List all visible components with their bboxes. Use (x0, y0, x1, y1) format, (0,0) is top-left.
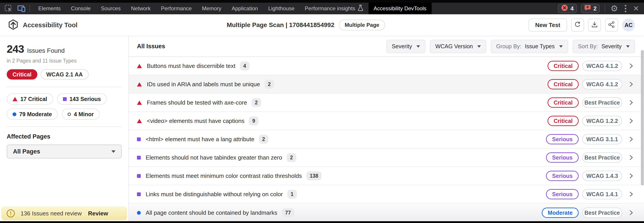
review-banner: 136 Issues need review Review (1, 207, 127, 220)
severity-pill: Moderate (542, 208, 579, 218)
review-button[interactable]: Review (88, 210, 108, 217)
group-by-dropdown[interactable]: Group By: Issue Types (491, 40, 568, 53)
console-issues-badge[interactable]: 2 (581, 4, 600, 13)
issue-row[interactable]: <video> elements must have captions 9 Cr… (129, 112, 644, 130)
issue-row[interactable]: Buttons must have discernible text 4 Cri… (129, 57, 644, 75)
affected-pages-heading: Affected Pages (7, 133, 122, 140)
wcag-version-filter-dropdown[interactable]: WCAG Version (430, 40, 486, 53)
issue-row[interactable]: <html> element must have a lang attribut… (129, 130, 644, 149)
moderate-circle-icon (12, 112, 16, 116)
tab-application[interactable]: Application (226, 3, 263, 14)
tab-performance-insights[interactable]: Performance insights (300, 3, 368, 14)
issue-count-chip: 4 (240, 61, 250, 70)
review-banner-message: 136 Issues need review (20, 210, 82, 217)
window-top-edge (0, 0, 644, 3)
standard-pill: Best Practice (582, 152, 622, 163)
share-button[interactable] (605, 18, 618, 31)
refresh-button[interactable] (571, 18, 584, 31)
issue-row[interactable]: IDs used in ARIA and labels must be uniq… (129, 75, 644, 94)
issue-count-chip: 2 (259, 135, 268, 144)
summary-sidebar: 243 Issues Found in 2 Pages and 11 Issue… (0, 36, 129, 221)
serious-square-icon (137, 174, 141, 178)
chevron-right-icon (628, 136, 634, 142)
critical-triangle-icon (137, 64, 142, 68)
issue-row[interactable]: All page content should be contained by … (129, 204, 644, 222)
scan-scope-text: in 2 Pages and 11 Issue Types (7, 58, 122, 64)
error-count: 4 (570, 5, 574, 12)
issue-row[interactable]: Elements must meet minimum color contras… (129, 167, 644, 185)
caret-down-icon (416, 45, 420, 48)
devtools-tabs: Elements Console Sources Network Perform… (33, 3, 432, 14)
chip-minor[interactable]: 4 Minor (62, 109, 100, 120)
tab-memory[interactable]: Memory (197, 3, 227, 14)
tab-performance[interactable]: Performance (156, 3, 197, 14)
pages-filter-dropdown[interactable]: All Pages (7, 145, 122, 158)
app-title: Accessibility Tool (23, 21, 78, 29)
issue-count-chip: 1 (287, 190, 297, 199)
issue-row[interactable]: Frames should be tested with axe-core 2 … (129, 94, 644, 112)
message-bubble-icon (584, 4, 591, 13)
serious-square-icon (137, 192, 141, 196)
critical-triangle-icon (137, 101, 142, 105)
severity-filter-chips: 17 Critical 143 Serious 79 Moderate 4 Mi… (7, 93, 122, 120)
issue-count-chip: 2 (264, 80, 274, 89)
sort-by-dropdown[interactable]: Sort By: Severity (572, 40, 635, 53)
issue-count-chip: 2 (252, 98, 261, 107)
more-options-icon[interactable] (624, 4, 627, 13)
severity-pill: Serious (546, 189, 579, 199)
warning-icon (7, 209, 15, 218)
severity-pill: Critical (548, 61, 579, 71)
severity-filter-dropdown[interactable]: Severity (386, 40, 426, 53)
issue-row[interactable]: Elements should not have tabindex greate… (129, 149, 644, 167)
serious-square-icon (63, 97, 67, 101)
issue-count-chip: 2 (287, 153, 296, 162)
inspect-element-icon[interactable] (4, 3, 14, 13)
issue-row[interactable]: Links must be distinguishable without re… (129, 185, 644, 204)
close-devtools-icon[interactable]: ✕ (633, 5, 639, 12)
tab-elements[interactable]: Elements (33, 3, 66, 14)
standard-pill: WCAG 4.1.2 (582, 79, 622, 89)
share-icon (608, 21, 615, 29)
tab-accessibility-devtools[interactable]: Accessibility DevTools (368, 3, 432, 14)
tab-lighthouse[interactable]: Lighthouse (263, 3, 300, 14)
flask-icon (358, 5, 364, 12)
chevron-right-icon (628, 63, 634, 69)
moderate-circle-icon (137, 211, 141, 215)
issues-panel: All Issues Severity WCAG Version Group B… (129, 36, 644, 221)
chevron-right-icon (628, 191, 634, 197)
all-issues-heading: All Issues (137, 43, 165, 50)
tab-sources[interactable]: Sources (96, 3, 126, 14)
chevron-right-icon (628, 118, 634, 124)
device-toolbar-icon[interactable] (16, 3, 26, 13)
download-report-button[interactable] (588, 18, 601, 31)
standard-pill: WCAG 1.4.1 (582, 189, 622, 199)
chip-moderate[interactable]: 79 Moderate (7, 109, 58, 120)
scan-type-badge: Multiple Page (339, 20, 385, 30)
tab-console[interactable]: Console (66, 3, 96, 14)
sidebar-divider (7, 87, 122, 87)
issues-list: Buttons must have discernible text 4 Cri… (129, 57, 644, 222)
vertical-scrollbar[interactable] (641, 50, 644, 186)
issue-count-chip: 138 (306, 171, 322, 180)
caret-down-icon (559, 45, 563, 48)
severity-pill: Critical (548, 79, 579, 89)
toolbar-separator (604, 5, 605, 12)
tab-network[interactable]: Network (126, 3, 156, 14)
toolbar-separator (30, 5, 30, 12)
standard-pill: WCAG 4.1.2 (582, 61, 622, 71)
severity-pill: Critical (548, 97, 579, 108)
chevron-right-icon (628, 210, 634, 216)
devtools-toolbar: Elements Console Sources Network Perform… (0, 3, 644, 14)
chevron-right-icon (628, 173, 634, 179)
severity-pill: Critical (548, 116, 579, 126)
chevron-right-icon (628, 81, 634, 87)
new-test-button[interactable]: New Test (528, 18, 567, 31)
user-avatar[interactable]: AC (622, 18, 635, 31)
console-errors-badge[interactable]: 4 (558, 4, 577, 13)
issues-found-label: Issues Found (27, 47, 65, 54)
chip-critical[interactable]: 17 Critical (7, 93, 53, 105)
sidebar-divider (7, 126, 122, 127)
accessibility-tool-logo (8, 19, 18, 31)
chip-serious[interactable]: 143 Serious (57, 93, 107, 105)
settings-gear-icon[interactable]: ⚙ (610, 4, 618, 13)
